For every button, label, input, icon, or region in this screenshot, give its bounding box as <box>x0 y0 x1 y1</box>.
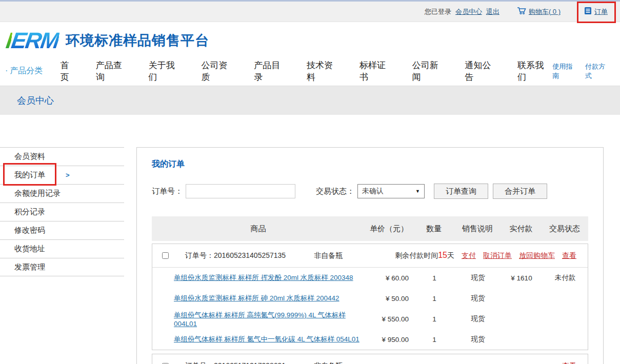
orders-table-header: 商品 单价（元） 数量 销售说明 实付款 交易状态 <box>152 216 588 241</box>
cancel-order-link[interactable]: 取消订单 <box>483 251 512 260</box>
login-status: 您已登录 <box>425 7 451 16</box>
main-panel: 我的订单 订单号： 交易状态： 未确认 ▼ 订单查询 合并订单 商品 单价（元）… <box>136 147 604 364</box>
logout-link[interactable]: 退出 <box>486 7 499 16</box>
nav-item-home[interactable]: 首页 <box>61 59 78 83</box>
order-header-row: 订单号：201605171217098691 非自备瓶 查看 <box>152 354 588 364</box>
col-product: 商品 <box>152 224 365 234</box>
nav-item-technical-data[interactable]: 技术资料 <box>307 59 342 83</box>
col-trade-status: 交易状态 <box>542 224 588 234</box>
nav-product-category[interactable]: ·产品分类 <box>0 66 61 76</box>
payment-method-link[interactable]: 付款方式 <box>585 62 612 80</box>
order-search-button[interactable]: 订单查询 <box>434 184 488 199</box>
col-unit-price: 单价（元） <box>365 224 413 234</box>
item-price: ¥ 950.00 <box>365 336 414 343</box>
sidebar-item-change-password[interactable]: 修改密码 <box>0 221 124 239</box>
nav-item-company-news[interactable]: 公司新闻 <box>412 59 447 83</box>
sidebar-item-member-profile[interactable]: 会员资料 <box>0 147 124 166</box>
orders-link[interactable]: 订单 <box>594 7 608 16</box>
col-quantity: 数量 <box>413 224 454 234</box>
sidebar: 会员资料 我的订单 > 余额使用记录 积分记录 修改密码 收货地址 发票管理 <box>0 147 124 276</box>
nav-item-contact-us[interactable]: 联系我们 <box>517 59 552 83</box>
item-price: ¥ 60.00 <box>365 274 414 282</box>
cart-icon <box>517 7 526 16</box>
order-no-input[interactable] <box>186 184 295 198</box>
item-sale-note: 现货 <box>455 273 501 282</box>
nav-item-certificates[interactable]: 标样证书 <box>359 59 394 83</box>
nav-items: 首页 产品查询 关于我们 公司资质 产品目录 技术资料 标样证书 公司新闻 通知… <box>61 59 552 83</box>
nav-item-about-us[interactable]: 关于我们 <box>149 59 184 83</box>
item-quantity: 1 <box>414 315 455 323</box>
item-sale-note: 现货 <box>455 314 501 323</box>
topbar: 您已登录 会员中心 退出 购物车( 0 ) 订单 <box>0 0 620 22</box>
item-price: ¥ 550.00 <box>365 315 414 323</box>
order-item-row: 单组份水质监测标样 标样所 挥发酚 20ml 水质标样 200348 ¥ 60.… <box>152 268 588 288</box>
cart-link[interactable]: 购物车( 0 ) <box>529 7 561 16</box>
order-item-row: 单组份气体标样 标样所 氮气中一氧化碳 4L 气体标样 054L01 ¥ 950… <box>152 329 588 350</box>
sidebar-item-invoice-management[interactable]: 发票管理 <box>0 258 124 276</box>
order-item-row: 单组份气体标样 标样所 高纯氮气(99.999%) 4L 气体标样 004L01… <box>152 309 588 329</box>
return-to-cart-link[interactable]: 放回购物车 <box>519 251 555 260</box>
item-quantity: 1 <box>414 336 455 343</box>
bullet-icon: · <box>5 66 8 75</box>
bottle-type: 非自备瓶 <box>314 251 343 260</box>
breadcrumb-bar: 会员中心 <box>0 86 620 115</box>
trade-status-select[interactable]: 未确认 ▼ <box>357 184 425 198</box>
orders-group: 订单 <box>581 7 611 16</box>
item-sale-note: 现货 <box>455 335 501 344</box>
item-paid-amount: ¥ 1610 <box>501 274 542 282</box>
member-center-link[interactable]: 会员中心 <box>455 7 482 16</box>
col-sale-note: 销售说明 <box>454 224 501 234</box>
product-link[interactable]: 单组份水质监测标样 标样所 挥发酚 20ml 水质标样 200348 <box>174 274 353 281</box>
pay-link[interactable]: 支付 <box>462 251 476 260</box>
view-link[interactable]: 查看 <box>562 251 576 260</box>
chevron-down-icon: ▼ <box>415 189 420 194</box>
view-link[interactable]: 查看 <box>562 361 576 364</box>
cart-group: 购物车( 0 ) <box>517 7 561 16</box>
nav-item-product-search[interactable]: 产品查询 <box>96 59 131 83</box>
item-sale-note: 现货 <box>455 294 501 303</box>
item-price: ¥ 50.00 <box>365 295 414 302</box>
order-no-label: 订单号： <box>152 187 183 196</box>
nav-item-company-qualification[interactable]: 公司资质 <box>201 59 236 83</box>
sidebar-item-balance-records[interactable]: 余额使用记录 <box>0 184 124 203</box>
sidebar-item-shipping-address[interactable]: 收货地址 <box>0 239 124 258</box>
content-area: 会员资料 我的订单 > 余额使用记录 积分记录 修改密码 收货地址 发票管理 我… <box>0 147 620 364</box>
nav-item-product-catalog[interactable]: 产品目录 <box>254 59 289 83</box>
item-trade-status: 未付款 <box>542 273 588 282</box>
site-logo: IERM <box>5 29 60 52</box>
merge-orders-button[interactable]: 合并订单 <box>493 184 547 199</box>
order-header-row: 订单号：201605231405257135 非自备瓶 剩余付款时间15天 支付… <box>152 244 588 268</box>
product-link[interactable]: 单组份水质监测标样 标样所 砷 20ml 水质标样 200442 <box>174 294 339 302</box>
logo-letters-erm: ERM <box>10 28 61 53</box>
order-checkbox[interactable] <box>162 252 169 259</box>
order-block: 订单号：201605171217098691 非自备瓶 查看 <box>152 354 588 364</box>
product-link[interactable]: 单组份气体标样 标样所 高纯氮气(99.999%) 4L 气体标样 004L01 <box>174 311 346 328</box>
item-quantity: 1 <box>414 295 455 302</box>
order-filter-form: 订单号： 交易状态： 未确认 ▼ 订单查询 合并订单 <box>152 184 588 199</box>
sidebar-item-points-records[interactable]: 积分记录 <box>0 203 124 221</box>
trade-status-label: 交易状态： <box>316 187 354 196</box>
order-block: 订单号：201605231405257135 非自备瓶 剩余付款时间15天 支付… <box>152 244 588 350</box>
order-item-row: 单组份水质监测标样 标样所 砷 20ml 水质标样 200442 ¥ 50.00… <box>152 288 588 309</box>
site-title: 环境标准样品销售平台 <box>66 31 209 50</box>
sidebar-item-my-orders[interactable]: 我的订单 > <box>0 166 124 184</box>
page-title: 我的订单 <box>152 159 588 170</box>
main-nav: ·产品分类 首页 产品查询 关于我们 公司资质 产品目录 技术资料 标样证书 公… <box>0 59 620 83</box>
nav-right-links: 使用指南 付款方式 <box>552 62 612 80</box>
item-quantity: 1 <box>414 274 455 282</box>
nav-item-announcements[interactable]: 通知公告 <box>465 59 500 83</box>
product-link[interactable]: 单组份气体标样 标样所 氮气中一氧化碳 4L 气体标样 054L01 <box>174 335 359 343</box>
order-number: 订单号：201605171217098691 <box>185 361 286 364</box>
breadcrumb-title: 会员中心 <box>17 94 54 107</box>
site-header: IERM 环境标准样品销售平台 <box>0 22 620 59</box>
remaining-payment-time: 剩余付款时间15天 <box>395 251 454 260</box>
bottle-type: 非自备瓶 <box>314 361 343 364</box>
chevron-right-icon: > <box>66 171 70 179</box>
order-icon <box>584 7 592 16</box>
order-number: 订单号：201605231405257135 <box>185 251 286 260</box>
col-paid-amount: 实付款 <box>501 224 542 234</box>
user-guide-link[interactable]: 使用指南 <box>552 62 579 80</box>
